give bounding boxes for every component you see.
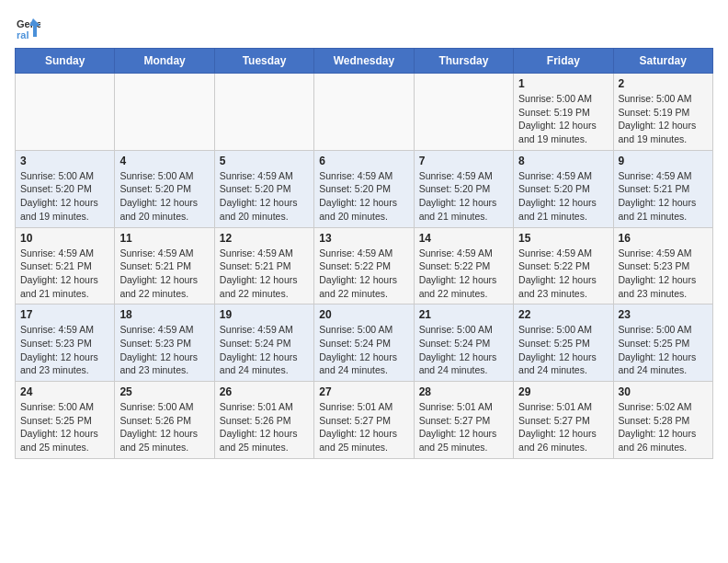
day-info: Sunrise: 5:01 AM Sunset: 5:27 PM Dayligh… <box>518 400 608 454</box>
day-header-saturday: Saturday <box>613 49 712 74</box>
day-info: Sunrise: 5:01 AM Sunset: 5:27 PM Dayligh… <box>419 400 508 454</box>
day-cell <box>115 74 214 151</box>
day-info: Sunrise: 4:59 AM Sunset: 5:21 PM Dayligh… <box>220 247 309 301</box>
day-info: Sunrise: 5:00 AM Sunset: 5:26 PM Dayligh… <box>119 400 209 454</box>
day-number: 1 <box>518 77 608 90</box>
day-number: 5 <box>220 155 309 167</box>
week-row-2: 3Sunrise: 5:00 AM Sunset: 5:20 PM Daylig… <box>16 150 713 227</box>
day-number: 15 <box>518 232 608 245</box>
day-number: 21 <box>419 308 508 321</box>
day-cell <box>414 74 513 151</box>
day-info: Sunrise: 5:00 AM Sunset: 5:19 PM Dayligh… <box>518 92 608 146</box>
day-cell: 25Sunrise: 5:00 AM Sunset: 5:26 PM Dayli… <box>115 382 214 459</box>
page-header: Gene ral <box>15 15 713 40</box>
day-number: 2 <box>619 77 708 90</box>
week-row-4: 17Sunrise: 4:59 AM Sunset: 5:23 PM Dayli… <box>16 304 713 382</box>
day-cell: 6Sunrise: 4:59 AM Sunset: 5:20 PM Daylig… <box>314 150 414 227</box>
day-number: 27 <box>319 385 408 398</box>
week-row-5: 24Sunrise: 5:00 AM Sunset: 5:25 PM Dayli… <box>16 382 713 459</box>
day-cell: 10Sunrise: 4:59 AM Sunset: 5:21 PM Dayli… <box>16 227 115 304</box>
day-info: Sunrise: 4:59 AM Sunset: 5:20 PM Dayligh… <box>220 169 309 224</box>
day-number: 13 <box>319 232 408 245</box>
day-number: 20 <box>319 308 408 321</box>
day-info: Sunrise: 4:59 AM Sunset: 5:23 PM Dayligh… <box>119 323 209 377</box>
day-cell: 8Sunrise: 4:59 AM Sunset: 5:20 PM Daylig… <box>514 150 613 227</box>
day-number: 25 <box>119 385 209 398</box>
day-cell: 20Sunrise: 5:00 AM Sunset: 5:24 PM Dayli… <box>314 304 414 382</box>
day-cell: 27Sunrise: 5:01 AM Sunset: 5:27 PM Dayli… <box>314 382 414 459</box>
day-number: 17 <box>20 308 109 321</box>
day-number: 24 <box>20 385 109 398</box>
day-info: Sunrise: 5:00 AM Sunset: 5:25 PM Dayligh… <box>518 323 608 377</box>
day-info: Sunrise: 5:00 AM Sunset: 5:25 PM Dayligh… <box>20 400 109 454</box>
day-cell: 23Sunrise: 5:00 AM Sunset: 5:25 PM Dayli… <box>613 304 712 382</box>
day-number: 28 <box>419 385 508 398</box>
day-info: Sunrise: 5:00 AM Sunset: 5:25 PM Dayligh… <box>619 323 708 377</box>
week-row-3: 10Sunrise: 4:59 AM Sunset: 5:21 PM Dayli… <box>16 227 713 304</box>
day-cell: 11Sunrise: 4:59 AM Sunset: 5:21 PM Dayli… <box>115 227 214 304</box>
logo: Gene ral <box>15 15 44 40</box>
day-cell: 3Sunrise: 5:00 AM Sunset: 5:20 PM Daylig… <box>16 150 115 227</box>
day-cell: 9Sunrise: 4:59 AM Sunset: 5:21 PM Daylig… <box>613 150 712 227</box>
day-header-sunday: Sunday <box>16 49 115 74</box>
day-number: 10 <box>20 232 109 245</box>
day-cell <box>314 74 414 151</box>
day-info: Sunrise: 5:00 AM Sunset: 5:24 PM Dayligh… <box>419 323 508 377</box>
day-number: 4 <box>119 155 209 167</box>
day-info: Sunrise: 4:59 AM Sunset: 5:23 PM Dayligh… <box>20 323 109 377</box>
day-cell: 16Sunrise: 4:59 AM Sunset: 5:23 PM Dayli… <box>613 227 712 304</box>
days-header-row: SundayMondayTuesdayWednesdayThursdayFrid… <box>16 49 713 74</box>
day-info: Sunrise: 5:00 AM Sunset: 5:24 PM Dayligh… <box>319 323 408 377</box>
day-info: Sunrise: 4:59 AM Sunset: 5:22 PM Dayligh… <box>419 247 508 301</box>
day-info: Sunrise: 5:00 AM Sunset: 5:20 PM Dayligh… <box>119 169 209 224</box>
day-header-tuesday: Tuesday <box>214 49 313 74</box>
day-cell: 21Sunrise: 5:00 AM Sunset: 5:24 PM Dayli… <box>414 304 513 382</box>
calendar-table: SundayMondayTuesdayWednesdayThursdayFrid… <box>15 48 713 459</box>
day-cell <box>16 74 115 151</box>
day-info: Sunrise: 5:02 AM Sunset: 5:28 PM Dayligh… <box>619 400 708 454</box>
day-cell: 24Sunrise: 5:00 AM Sunset: 5:25 PM Dayli… <box>16 382 115 459</box>
day-number: 30 <box>619 385 708 398</box>
day-cell <box>214 74 313 151</box>
day-info: Sunrise: 4:59 AM Sunset: 5:21 PM Dayligh… <box>119 247 209 301</box>
day-cell: 29Sunrise: 5:01 AM Sunset: 5:27 PM Dayli… <box>514 382 613 459</box>
day-info: Sunrise: 4:59 AM Sunset: 5:22 PM Dayligh… <box>319 247 408 301</box>
day-cell: 14Sunrise: 4:59 AM Sunset: 5:22 PM Dayli… <box>414 227 513 304</box>
day-header-monday: Monday <box>115 49 214 74</box>
day-header-friday: Friday <box>514 49 613 74</box>
day-info: Sunrise: 4:59 AM Sunset: 5:20 PM Dayligh… <box>518 169 608 224</box>
day-number: 16 <box>619 232 708 245</box>
day-cell: 7Sunrise: 4:59 AM Sunset: 5:20 PM Daylig… <box>414 150 513 227</box>
day-cell: 17Sunrise: 4:59 AM Sunset: 5:23 PM Dayli… <box>16 304 115 382</box>
day-info: Sunrise: 5:00 AM Sunset: 5:20 PM Dayligh… <box>20 169 109 224</box>
day-number: 11 <box>119 232 209 245</box>
day-cell: 15Sunrise: 4:59 AM Sunset: 5:22 PM Dayli… <box>514 227 613 304</box>
day-number: 9 <box>619 155 708 167</box>
day-cell: 5Sunrise: 4:59 AM Sunset: 5:20 PM Daylig… <box>214 150 313 227</box>
day-info: Sunrise: 5:01 AM Sunset: 5:27 PM Dayligh… <box>319 400 408 454</box>
day-cell: 1Sunrise: 5:00 AM Sunset: 5:19 PM Daylig… <box>514 74 613 151</box>
day-number: 26 <box>220 385 309 398</box>
day-number: 18 <box>119 308 209 321</box>
day-cell: 18Sunrise: 4:59 AM Sunset: 5:23 PM Dayli… <box>115 304 214 382</box>
day-cell: 12Sunrise: 4:59 AM Sunset: 5:21 PM Dayli… <box>214 227 313 304</box>
day-header-wednesday: Wednesday <box>314 49 414 74</box>
day-cell: 4Sunrise: 5:00 AM Sunset: 5:20 PM Daylig… <box>115 150 214 227</box>
day-number: 19 <box>220 308 309 321</box>
day-info: Sunrise: 4:59 AM Sunset: 5:21 PM Dayligh… <box>619 169 708 224</box>
day-info: Sunrise: 5:01 AM Sunset: 5:26 PM Dayligh… <box>220 400 309 454</box>
week-row-1: 1Sunrise: 5:00 AM Sunset: 5:19 PM Daylig… <box>16 74 713 151</box>
day-number: 3 <box>20 155 109 167</box>
day-header-thursday: Thursday <box>414 49 513 74</box>
day-number: 8 <box>518 155 608 167</box>
day-number: 6 <box>319 155 408 167</box>
day-info: Sunrise: 4:59 AM Sunset: 5:24 PM Dayligh… <box>220 323 309 377</box>
day-info: Sunrise: 5:00 AM Sunset: 5:19 PM Dayligh… <box>619 92 708 146</box>
day-number: 7 <box>419 155 508 167</box>
svg-text:ral: ral <box>17 29 28 40</box>
day-number: 12 <box>220 232 309 245</box>
day-cell: 19Sunrise: 4:59 AM Sunset: 5:24 PM Dayli… <box>214 304 313 382</box>
day-info: Sunrise: 4:59 AM Sunset: 5:20 PM Dayligh… <box>319 169 408 224</box>
day-number: 14 <box>419 232 508 245</box>
day-number: 29 <box>518 385 608 398</box>
